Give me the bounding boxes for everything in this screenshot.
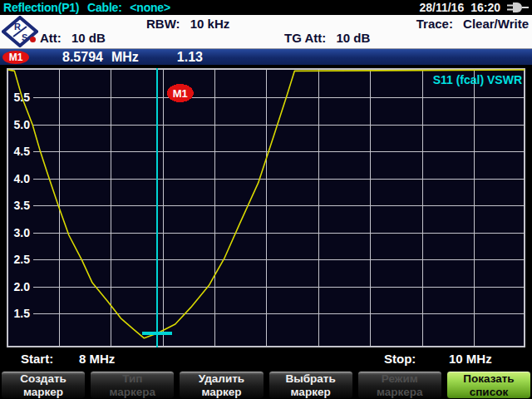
analyzer-screen: Reflection(P1) Cable: <none> 28/11/16 16…	[0, 0, 532, 399]
marker-chart-badge[interactable]: M1	[167, 84, 194, 102]
trace-display: 5.5 5.0 4.5 4.0 3.5 3.0 2.5 2.0 1.5 M1 S…	[0, 65, 532, 347]
time-text: 16:20	[470, 1, 500, 14]
stop-value: 10 MHz	[449, 352, 492, 366]
trace-mode-label: Trace:	[416, 17, 453, 31]
y-axis-tick-labels: 5.5 5.0 4.5 4.0 3.5 3.0 2.5 2.0 1.5	[14, 91, 31, 320]
y-tick-label: 2.5	[14, 253, 31, 266]
marker-frequency-unit: MHz	[111, 50, 139, 65]
cable-value: <none>	[130, 1, 170, 14]
marker-vswr-value: 1.13	[177, 50, 203, 65]
cable-label: Cable:	[87, 1, 122, 14]
datetime-area: 28/11/16 16:20	[419, 1, 529, 14]
trace-info-label: S11 (fcal) VSWR	[433, 73, 522, 86]
y-tick-label: 3.0	[14, 226, 31, 239]
svg-text:M1: M1	[173, 87, 188, 100]
trace-mode-value: Clear/Write	[463, 17, 529, 31]
softkey-marker-mode[interactable]: Режим маркера	[357, 371, 442, 399]
rbw-label: RBW:	[146, 17, 180, 31]
softkey-bar: Создать маркер Тип маркера Удалить марке…	[0, 370, 532, 399]
measurement-header: Reflection(P1) Cable: <none>	[3, 1, 175, 14]
rbw-readout: RBW: 10 kHz	[146, 17, 229, 31]
softkey-delete-marker[interactable]: Удалить маркер	[179, 371, 264, 399]
att-value: 10 dB	[71, 31, 106, 45]
title-bar: Reflection(P1) Cable: <none> 28/11/16 16…	[0, 0, 532, 15]
y-tick-label: 2.0	[14, 280, 31, 293]
tg-att-value: 10 dB	[336, 31, 370, 45]
stop-label: Stop:	[384, 352, 416, 366]
svg-text:S: S	[22, 32, 27, 42]
softkey-new-marker[interactable]: Создать маркер	[1, 371, 86, 399]
start-value: 8 MHz	[79, 352, 115, 366]
start-label: Start:	[21, 352, 53, 366]
power-plug-icon	[507, 2, 529, 13]
att-label: Att:	[40, 31, 62, 45]
marker-position-tick	[142, 332, 172, 335]
tg-att-readout: TG Att: 10 dB	[284, 31, 370, 45]
settings-bar: R S RBW: 10 kHz Trace: Clear/Write Att: …	[0, 15, 532, 49]
y-tick-label: 5.0	[14, 118, 31, 131]
softkey-select-marker[interactable]: Выбрать маркер	[268, 371, 353, 399]
y-tick-label: 1.5	[14, 307, 31, 320]
marker-frequency-value: 8.5794	[62, 50, 103, 65]
att-readout: Att: 10 dB	[30, 31, 106, 45]
y-tick-label: 3.5	[14, 199, 31, 212]
date-text: 28/11/16	[419, 1, 464, 14]
svg-text:R: R	[14, 22, 21, 32]
marker-m1-badge[interactable]: M1	[2, 51, 29, 64]
rbw-value: 10 kHz	[190, 17, 230, 31]
tg-att-label: TG Att:	[284, 31, 326, 45]
y-tick-label: 4.5	[14, 145, 31, 158]
marker-readout-bar: M1 8.5794 MHz 1.13	[0, 49, 532, 65]
att-status-dot-icon	[30, 37, 36, 42]
frequency-range-bar: Start: 8 MHz Stop: 10 MHz	[0, 347, 532, 370]
y-tick-label: 4.0	[14, 172, 31, 185]
trace-mode-readout: Trace: Clear/Write	[416, 17, 529, 31]
measurement-title: Reflection(P1)	[3, 1, 79, 14]
softkey-show-list[interactable]: Показать список	[446, 371, 531, 399]
softkey-marker-type[interactable]: Тип маркера	[90, 371, 175, 399]
